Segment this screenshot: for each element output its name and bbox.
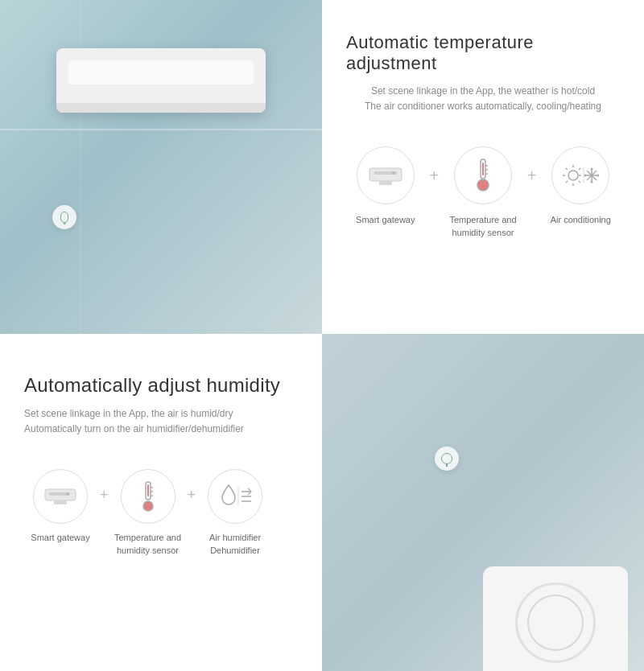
humidifier-icon — [217, 482, 253, 511]
bottom-plus-1: + — [97, 487, 112, 504]
svg-point-31 — [66, 492, 69, 496]
bottom-humid-circle — [208, 469, 262, 524]
ac-unit-inner — [68, 60, 254, 84]
svg-point-25 — [591, 181, 593, 183]
bottom-icons-row: Smart gateway + Temperature and humidity… — [24, 469, 298, 557]
bottom-humid-label: Air humidifier Dehumidifier — [209, 532, 261, 557]
svg-line-18 — [579, 168, 580, 170]
top-desc-line2: The air conditioner works automatically,… — [365, 101, 601, 112]
svg-point-34 — [143, 501, 153, 511]
thermometer-icon — [473, 158, 493, 193]
svg-line-16 — [579, 181, 580, 183]
bottom-title: Automatically adjust humidity — [24, 374, 298, 397]
top-section: Automatic temperature adjustment Set sce… — [0, 0, 644, 334]
top-icon-ac: Air conditioning — [541, 146, 620, 226]
bottom-thermo-circle — [121, 469, 175, 524]
bottom-desc-line1: Set scene linkage in the App, the air is… — [24, 408, 233, 419]
plus-2: + — [522, 167, 542, 185]
ac-icon — [562, 161, 599, 190]
humidifier-device-image — [483, 566, 628, 671]
plus-1: + — [425, 167, 444, 185]
bottom-left-content: Automatically adjust humidity Set scene … — [0, 334, 322, 671]
top-title: Automatic temperature adjustment — [346, 32, 620, 74]
bottom-gateway-circle — [33, 469, 88, 524]
gateway-circle — [357, 146, 415, 204]
top-icon-gateway: Smart gateway — [346, 146, 425, 226]
bottom-thermo-label: Temperature and humidity sensor — [114, 532, 181, 557]
svg-point-26 — [584, 175, 587, 177]
fan-inner — [527, 595, 584, 651]
bottom-right-image — [322, 334, 644, 671]
bottom-section: Automatically adjust humidity Set scene … — [0, 334, 644, 671]
ac-label: Air conditioning — [551, 214, 611, 226]
svg-rect-2 — [379, 181, 392, 185]
thermo-circle — [454, 146, 512, 204]
svg-point-24 — [591, 168, 593, 171]
svg-point-3 — [392, 171, 395, 175]
ac-unit-image — [56, 48, 266, 113]
svg-line-17 — [566, 181, 568, 183]
bottom-gateway-icon — [43, 487, 77, 506]
bottom-plus-2: + — [184, 487, 200, 504]
top-desc: Set scene linkage in the App, the weathe… — [346, 84, 620, 114]
humidifier-fan — [515, 582, 596, 663]
svg-point-27 — [597, 175, 600, 177]
bottom-thermo-icon — [139, 480, 157, 513]
bottom-icon-humid: Air humidifier Dehumidifier — [199, 469, 271, 557]
sensor-inner — [60, 212, 68, 223]
bottom-gateway-label: Smart gateway — [31, 532, 89, 544]
svg-point-10 — [568, 171, 578, 180]
top-icons-row: Smart gateway + Temperature and humidity… — [346, 146, 620, 239]
thermo-label: Temperature and humidity sensor — [449, 214, 516, 239]
svg-rect-5 — [482, 163, 484, 175]
sensor-small-inner — [441, 453, 452, 464]
top-right-content: Automatic temperature adjustment Set sce… — [322, 0, 644, 334]
bottom-desc-line2: Automatically turn on the air humidifier… — [24, 423, 244, 434]
svg-rect-33 — [147, 484, 149, 496]
svg-point-6 — [477, 179, 489, 191]
top-icon-thermo: Temperature and humidity sensor — [444, 146, 522, 239]
sensor-dot-top — [52, 205, 76, 229]
wall-line-h — [0, 129, 322, 130]
bottom-icon-thermo: Temperature and humidity sensor — [112, 469, 184, 557]
top-desc-line1: Set scene linkage in the App, the weathe… — [371, 85, 595, 97]
gateway-label: Smart gateway — [356, 214, 415, 226]
ac-circle — [551, 146, 609, 204]
svg-line-15 — [566, 168, 568, 170]
gateway-icon — [368, 165, 403, 186]
bottom-desc: Set scene linkage in the App, the air is… — [24, 406, 298, 437]
svg-rect-30 — [54, 500, 67, 504]
top-left-image — [0, 0, 322, 334]
sensor-dot-bottom — [435, 447, 459, 471]
bottom-icon-gateway: Smart gateway — [24, 469, 97, 544]
